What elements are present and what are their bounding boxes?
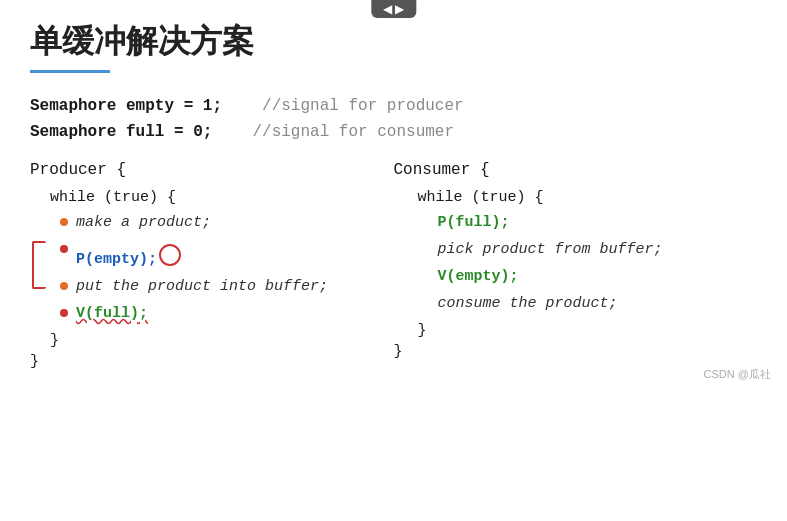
producer-item-1: make a product; bbox=[50, 214, 394, 231]
consumer-inner: while (true) { P(full); pick product fro… bbox=[394, 189, 758, 339]
consumer-item-2: pick product from buffer; bbox=[418, 241, 758, 258]
consumer-vempty: V(empty); bbox=[438, 268, 519, 285]
bracket-annotation bbox=[32, 241, 46, 289]
producer-item-2: P(empty); bbox=[50, 241, 394, 268]
producer-outer-close: } bbox=[30, 353, 394, 370]
semaphore-line-1: Semaphore empty = 1; //signal for produc… bbox=[30, 97, 757, 115]
semaphore-full-comment: //signal for consumer bbox=[252, 123, 454, 141]
producer-while: while (true) { bbox=[50, 189, 394, 206]
producer-put: put the product into buffer; bbox=[76, 278, 328, 295]
semaphore-section: Semaphore empty = 1; //signal for produc… bbox=[30, 97, 757, 141]
consumer-outer-close: } bbox=[394, 343, 758, 360]
consumer-item-4: consume the product; bbox=[418, 295, 758, 312]
consumer-consume: consume the product; bbox=[438, 295, 618, 312]
consumer-title: Consumer { bbox=[394, 161, 758, 179]
producer-inner: while (true) { make a product; P(empty); bbox=[30, 189, 394, 349]
bullet-4 bbox=[60, 309, 68, 317]
producer-vfull: V(full); bbox=[76, 305, 148, 322]
bullet-3 bbox=[60, 282, 68, 290]
consumer-item-1: P(full); bbox=[418, 214, 758, 231]
consumer-item-3: V(empty); bbox=[418, 268, 758, 285]
nav-indicator: ◀ ▶ bbox=[371, 0, 416, 18]
bullet-1 bbox=[60, 218, 68, 226]
circle-annotation bbox=[159, 244, 181, 266]
producer-item-3: put the product into buffer; bbox=[50, 278, 394, 295]
semaphore-full-code: Semaphore full = 0; bbox=[30, 123, 212, 141]
consumer-while: while (true) { bbox=[418, 189, 758, 206]
page-title: 单缓冲解决方案 bbox=[30, 20, 757, 64]
semaphore-empty-comment: //signal for producer bbox=[262, 97, 464, 115]
bullet-2 bbox=[60, 245, 68, 253]
code-columns: Producer { while (true) { make a product… bbox=[30, 161, 757, 370]
producer-make: make a product; bbox=[76, 214, 211, 231]
producer-pempty: P(empty); bbox=[76, 241, 181, 268]
consumer-pick: pick product from buffer; bbox=[438, 241, 663, 258]
consumer-inner-close: } bbox=[418, 322, 758, 339]
consumer-pfull: P(full); bbox=[438, 214, 510, 231]
producer-column: Producer { while (true) { make a product… bbox=[30, 161, 394, 370]
pempty-code: P(empty); bbox=[76, 251, 157, 268]
producer-item-4: V(full); bbox=[50, 305, 394, 322]
producer-title: Producer { bbox=[30, 161, 394, 179]
semaphore-line-2: Semaphore full = 0; //signal for consume… bbox=[30, 123, 757, 141]
consumer-column: Consumer { while (true) { P(full); pick … bbox=[394, 161, 758, 370]
semaphore-empty-code: Semaphore empty = 1; bbox=[30, 97, 222, 115]
producer-inner-close: } bbox=[50, 332, 394, 349]
watermark: CSDN @瓜社 bbox=[704, 367, 771, 382]
title-underline bbox=[30, 70, 110, 73]
